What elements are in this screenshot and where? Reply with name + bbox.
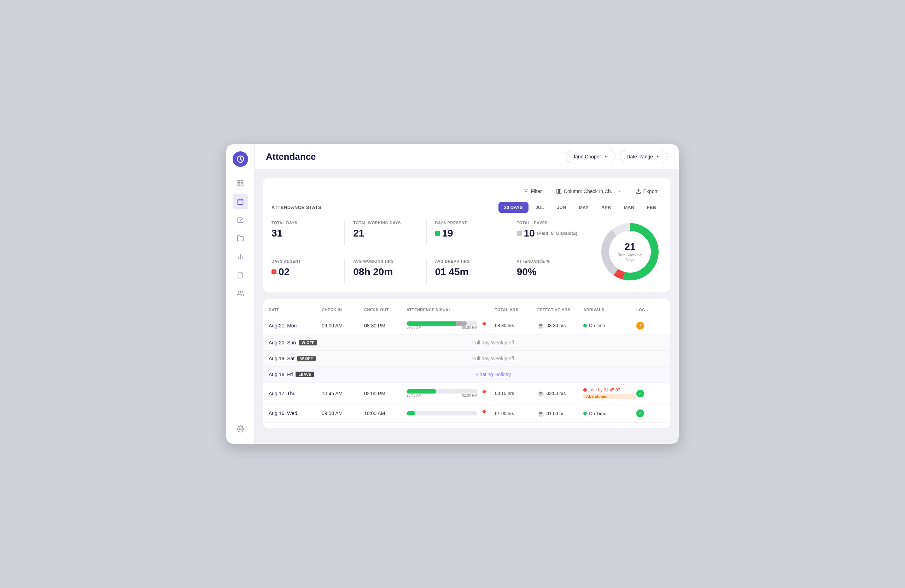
arrival-aug16: On Time xyxy=(583,411,636,416)
stat-avg-break-hrs: AVG BREAK HRS 01 45m xyxy=(435,259,508,283)
total-hrs-aug17: 03:15 hrs xyxy=(495,391,537,396)
column-button[interactable]: Column: Check In,Ch... xyxy=(552,186,626,196)
checkin-aug21: 09:00 AM xyxy=(322,323,364,329)
visual-aug21: 09:00 AM08:00 PM 📍 xyxy=(406,321,495,329)
log-check-icon-2: ✓ xyxy=(636,410,644,417)
sidebar-item-team[interactable] xyxy=(233,286,248,301)
leaves-dot xyxy=(517,231,522,236)
stat-days-present-label: DAYS PRESENT xyxy=(435,221,500,225)
stat-working-days-label: TOTAL WORKING DAYS xyxy=(353,221,418,225)
arrival-dot-2 xyxy=(583,412,587,415)
donut-chart: 21 Total WorkingDays xyxy=(598,220,662,284)
date-aug17: Aug 17, Thu xyxy=(269,391,322,396)
svg-rect-4 xyxy=(241,184,243,186)
stat-leaves-value: 10 (Paid: 8 Unpaid:2) xyxy=(517,228,581,239)
sidebar-item-documents[interactable] xyxy=(233,267,248,283)
late-dot xyxy=(583,388,587,392)
tab-apr[interactable]: APR xyxy=(596,202,616,213)
filter-button[interactable]: Filter xyxy=(519,186,546,196)
sidebar-item-folders[interactable] xyxy=(233,230,248,246)
date-range-dropdown[interactable]: Date Range xyxy=(620,150,667,163)
user-dropdown[interactable]: Jane Cooper xyxy=(566,150,616,163)
stat-avg-working-label: AVG WORKING HRS xyxy=(353,259,418,264)
toolbar-row: Filter Column: Check In,Ch... xyxy=(272,186,662,196)
column-label: Column: Check In,Ch... xyxy=(564,189,615,194)
sidebar-item-attendance[interactable] xyxy=(233,194,248,209)
location-pin-aug16: 📍 xyxy=(480,410,488,417)
checkout-aug21: 08:30 PM xyxy=(364,323,406,329)
total-hrs-aug16: 01:00 hrs xyxy=(495,411,537,416)
header-controls: Jane Cooper Date Range xyxy=(566,150,667,163)
table-row: Aug 20, Sun W-OFF Full day Weekly-off xyxy=(263,335,670,351)
app-logo xyxy=(233,151,248,167)
col-date: DATE xyxy=(269,308,322,312)
date-aug16: Aug 16, Wed xyxy=(269,410,322,416)
table-row: Aug 18, Fri LEAVE Floating Holiday xyxy=(263,367,670,383)
checkin-aug17: 10:45 AM xyxy=(322,391,364,396)
effective-hrs-aug21: ☕ 08:30 hrs xyxy=(537,322,583,329)
visual-aug17: 10:45 AM02:00 PM 📍 xyxy=(406,389,495,397)
date-range-label: Date Range xyxy=(626,154,653,159)
sidebar-item-dashboard[interactable] xyxy=(233,175,248,191)
stat-attendance-label: ATTENDANCE % xyxy=(517,259,581,264)
visual-aug16: 📍 xyxy=(406,410,495,417)
tab-mar[interactable]: MAR xyxy=(618,202,640,213)
col-effective-hrs: EFFECTIVE HRS xyxy=(537,308,583,312)
arrival-dot xyxy=(583,324,587,327)
chevron-down-icon xyxy=(604,154,609,159)
woff-badge-aug19: W-OFF xyxy=(297,356,316,361)
donut-label: Total WorkingDays xyxy=(618,253,641,263)
export-button[interactable]: Export xyxy=(631,186,662,196)
holiday-text-aug18: Floating Holiday xyxy=(322,372,665,377)
date-aug18: Aug 18, Fri LEAVE xyxy=(269,372,322,377)
log-warn-icon: ! xyxy=(636,322,644,329)
log-aug21: ! xyxy=(636,322,665,329)
arrival-aug21: On time xyxy=(583,323,636,328)
svg-rect-5 xyxy=(238,199,243,204)
effective-hrs-aug17: ☕ 03:00 hrs xyxy=(537,390,583,397)
stat-attendance-pct: ATTENDANCE % 90% xyxy=(517,259,590,283)
columns-icon xyxy=(556,189,562,194)
chevron-column-icon xyxy=(617,189,621,194)
main-content: Attendance Jane Cooper Date Range xyxy=(254,144,679,444)
col-log: LOG xyxy=(636,308,665,312)
stat-days-present: DAYS PRESENT 19 xyxy=(435,221,508,245)
present-dot xyxy=(435,231,440,236)
filter-icon xyxy=(523,189,529,194)
col-visual: ATTENDENCE VISUAL xyxy=(406,308,495,312)
stats-section-title: ATTENDANCE STATS xyxy=(272,205,321,210)
date-aug20: Aug 20, Sun W-OFF xyxy=(269,340,322,345)
svg-point-12 xyxy=(238,291,241,294)
tab-30-days[interactable]: 30 DAYS xyxy=(499,202,529,213)
location-pin-aug21: 📍 xyxy=(480,322,488,329)
donut-number: 21 xyxy=(618,241,641,253)
stats-card: Filter Column: Check In,Ch... xyxy=(263,178,670,292)
stat-days-present-value: 19 xyxy=(435,228,500,239)
sidebar xyxy=(226,144,254,444)
stat-days-absent: DAYS ABSENT 02 xyxy=(272,259,345,283)
tab-jun[interactable]: JUN xyxy=(551,202,572,213)
sidebar-item-analytics[interactable] xyxy=(233,249,248,264)
checkin-aug16: 09:00 AM xyxy=(322,410,364,416)
stat-avg-break-value: 01 45m xyxy=(435,266,500,278)
sidebar-item-tasks[interactable] xyxy=(233,212,248,228)
page-title: Attendance xyxy=(266,151,316,162)
tab-feb[interactable]: FEB xyxy=(641,202,662,213)
filter-label: Filter xyxy=(531,189,542,194)
top-header: Attendance Jane Cooper Date Range xyxy=(254,144,679,169)
svg-point-13 xyxy=(239,428,241,430)
stat-working-days: TOTAL WORKING DAYS 21 xyxy=(353,221,426,245)
col-arrivals: ARRIVALS xyxy=(583,308,636,312)
checkout-aug16: 10:00 AM xyxy=(364,410,406,416)
weekly-off-text-aug20: Full day Weekly-off xyxy=(322,340,665,345)
log-aug16: ✓ xyxy=(636,410,665,417)
col-total-hrs: TOTAL HRS xyxy=(495,308,537,312)
donut-center: 21 Total WorkingDays xyxy=(618,241,641,263)
tab-may[interactable]: MAY xyxy=(573,202,594,213)
stats-row-1: TOTAL DAYS 31 TOTAL WORKING DAYS 21 DAYS… xyxy=(272,221,590,252)
stat-working-days-value: 21 xyxy=(353,228,418,239)
abandoned-badge: Abandoned xyxy=(583,394,636,399)
tab-jul[interactable]: JUL xyxy=(530,202,550,213)
checkout-aug17: 02:00 PM xyxy=(364,391,406,396)
sidebar-item-settings[interactable] xyxy=(233,421,248,437)
